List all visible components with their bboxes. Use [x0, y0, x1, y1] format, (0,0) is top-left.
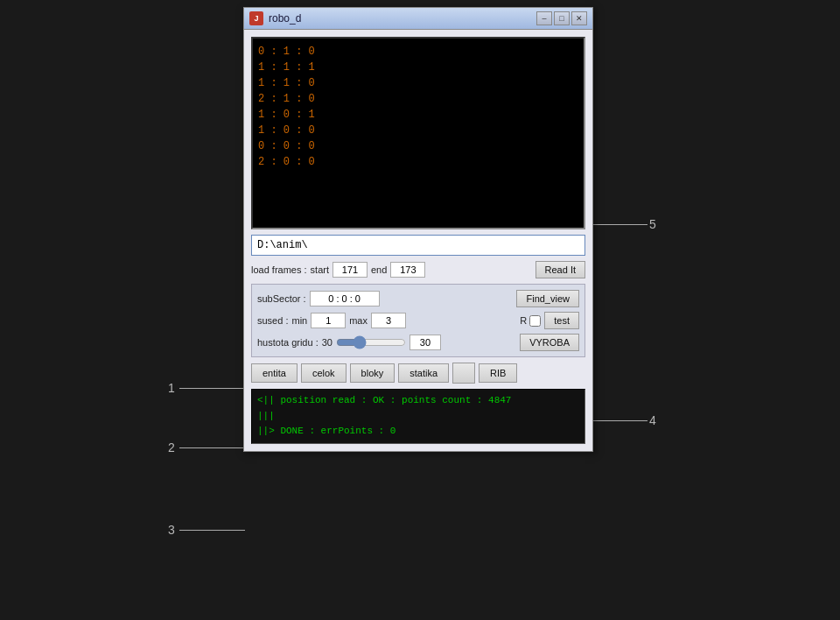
min-label: min — [291, 315, 307, 326]
annotation-5: 5 — [649, 217, 656, 231]
subsector-panel: subSector : Find_view sused : min max R — [251, 284, 585, 357]
display-line-2: 1 : 1 : 0 — [258, 75, 578, 91]
title-buttons: – □ ✕ — [536, 11, 587, 25]
start-label: start — [311, 264, 329, 275]
annotation-3: 3 — [168, 523, 175, 537]
annotation-4: 4 — [649, 413, 656, 427]
path-row — [251, 235, 585, 256]
hustota-display[interactable] — [410, 335, 441, 350]
celok-button[interactable]: celok — [301, 363, 346, 383]
slider-area — [336, 335, 406, 349]
console-line-1: ||| — [257, 409, 579, 425]
minimize-button[interactable]: – — [536, 11, 552, 25]
annotation-2: 2 — [168, 440, 175, 454]
r-label: R — [520, 315, 527, 326]
bottom-buttons-row: entita celok bloky statika RIB — [251, 363, 585, 384]
start-value-input[interactable] — [332, 262, 368, 278]
hustota-label: hustota gridu : — [257, 337, 318, 348]
statika-button[interactable]: statika — [398, 363, 449, 383]
entita-button[interactable]: entita — [251, 363, 298, 383]
window-body: 0 : 1 : 0 1 : 1 : 1 1 : 1 : 0 2 : 1 : 0 … — [244, 30, 592, 451]
r-checkbox[interactable] — [529, 315, 541, 327]
read-it-button[interactable]: Read It — [536, 261, 585, 278]
console-line-2: ||> DONE : errPoints : 0 — [257, 424, 579, 440]
rib-button[interactable]: RIB — [479, 363, 517, 383]
end-value-input[interactable] — [390, 262, 425, 278]
annotation-line-1 — [179, 388, 245, 389]
max-label: max — [349, 315, 368, 326]
window-icon: J — [249, 11, 263, 25]
console-area: <|| position read : OK : points count : … — [251, 389, 585, 444]
max-input[interactable] — [371, 313, 406, 328]
title-bar-left: J robo_d — [249, 11, 301, 25]
window-title: robo_d — [269, 12, 301, 25]
subsector-input[interactable] — [310, 291, 380, 306]
sused-label: sused : — [257, 315, 288, 326]
close-button[interactable]: ✕ — [571, 11, 587, 25]
path-input[interactable] — [251, 235, 585, 256]
hustota-slider[interactable] — [336, 335, 406, 349]
title-bar: J robo_d – □ ✕ — [244, 8, 592, 30]
hustota-row: hustota gridu : 30 VYROBA — [257, 334, 579, 351]
display-line-4: 1 : 0 : 1 — [258, 107, 578, 123]
test-button[interactable]: test — [544, 312, 579, 329]
display-line-0: 0 : 1 : 0 — [258, 44, 578, 60]
subsector-label: subSector : — [257, 293, 306, 304]
subsector-row: subSector : Find_view — [257, 290, 579, 307]
annotation-line-5 — [588, 224, 648, 225]
hustota-value-label: 30 — [322, 337, 332, 348]
end-label: end — [371, 264, 387, 275]
sused-row: sused : min max R test — [257, 312, 579, 329]
bloky-button[interactable]: bloky — [350, 363, 396, 383]
display-area: 0 : 1 : 0 1 : 1 : 1 1 : 1 : 0 2 : 1 : 0 … — [251, 37, 585, 229]
annotation-line-2 — [179, 447, 245, 448]
find-view-button[interactable]: Find_view — [516, 290, 579, 307]
empty-button[interactable] — [452, 363, 475, 384]
maximize-button[interactable]: □ — [554, 11, 570, 25]
display-line-5: 1 : 0 : 0 — [258, 123, 578, 138]
display-line-6: 0 : 0 : 0 — [258, 138, 578, 154]
vyroba-button[interactable]: VYROBA — [520, 334, 579, 351]
min-input[interactable] — [311, 313, 346, 328]
r-checkbox-label: R — [520, 315, 541, 327]
display-line-1: 1 : 1 : 1 — [258, 60, 578, 75]
load-frames-label: load frames : — [251, 264, 307, 275]
display-line-7: 2 : 0 : 0 — [258, 154, 578, 170]
load-frames-row: load frames : start end Read It — [251, 261, 585, 278]
main-window: J robo_d – □ ✕ 0 : 1 : 0 1 : 1 : 1 1 : 1… — [243, 7, 593, 452]
annotation-line-3 — [179, 530, 245, 531]
console-line-0: <|| position read : OK : points count : … — [257, 393, 579, 409]
annotation-line-4 — [588, 420, 648, 421]
display-line-3: 2 : 1 : 0 — [258, 91, 578, 107]
outer-wrapper: 1 2 3 4 5 J robo_d – □ ✕ 0 : 1 : 0 1 : 1 — [0, 0, 840, 620]
annotation-1: 1 — [168, 381, 175, 395]
